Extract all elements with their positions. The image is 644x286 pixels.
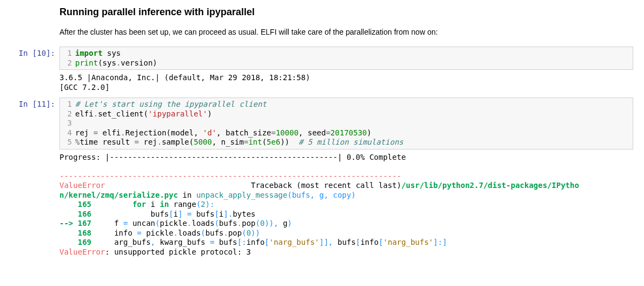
code-output: Progress: |-----------------------------… [59, 150, 633, 261]
code-input[interactable]: 1import sys2print(sys.version) [59, 47, 633, 70]
code-text: # Let's start using the ipyparallel clie… [75, 100, 633, 109]
intro-paragraph: After the cluster has been set up, we ca… [59, 27, 633, 38]
code-input[interactable]: 1# Let's start using the ipyparallel cli… [59, 98, 633, 150]
code-text: %time result = rej.sample(5000, n_sim=in… [75, 138, 633, 147]
line-number: 4 [60, 128, 75, 138]
code-line: 3 [60, 119, 633, 128]
line-number: 5 [60, 138, 75, 147]
code-line: 4rej = elfi.Rejection(model, 'd', batch_… [60, 128, 633, 138]
markdown-cell: Running parallel inference with ipyparal… [59, 6, 633, 38]
input-prompt: In [11]: [11, 98, 59, 260]
code-text: elfi.set_client('ipyparallel') [75, 109, 633, 119]
code-text: rej = elfi.Rejection(model, 'd', batch_s… [75, 128, 633, 138]
notebook: Running parallel inference with ipyparal… [0, 0, 644, 273]
line-number: 2 [60, 109, 75, 119]
section-heading: Running parallel inference with ipyparal… [59, 6, 633, 18]
line-number: 1 [60, 100, 75, 109]
line-number: 2 [60, 58, 75, 68]
code-text [75, 119, 633, 128]
code-line: 1import sys [60, 49, 633, 58]
code-text: import sys [75, 49, 633, 58]
code-cell-10: In [10]: 1import sys2print(sys.version) … [11, 47, 633, 95]
input-prompt: In [10]: [11, 47, 59, 95]
code-output: 3.6.5 |Anaconda, Inc.| (default, Mar 29 … [59, 70, 633, 95]
code-line: 2elfi.set_client('ipyparallel') [60, 109, 633, 119]
line-number: 1 [60, 49, 75, 58]
code-line: 5%time result = rej.sample(5000, n_sim=i… [60, 138, 633, 147]
code-line: 2print(sys.version) [60, 58, 633, 68]
line-number: 3 [60, 119, 75, 128]
code-line: 1# Let's start using the ipyparallel cli… [60, 100, 633, 109]
code-cell-11: In [11]: 1# Let's start using the ipypar… [11, 98, 633, 260]
code-text: print(sys.version) [75, 58, 633, 68]
